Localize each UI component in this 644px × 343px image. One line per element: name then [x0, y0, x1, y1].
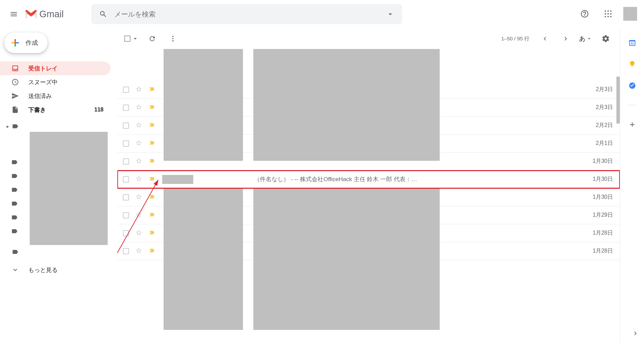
row-checkbox[interactable]: [123, 140, 129, 147]
row-checkbox[interactable]: [123, 158, 129, 165]
star-icon[interactable]: [135, 247, 142, 255]
svg-rect-15: [14, 42, 16, 43]
row-checkbox[interactable]: [123, 212, 129, 218]
svg-point-4: [610, 10, 612, 12]
label-icon: [11, 200, 18, 207]
nav-drafts[interactable]: 下書き 118: [0, 103, 110, 117]
star-icon[interactable]: [135, 193, 142, 201]
importance-icon[interactable]: [148, 175, 155, 183]
nav-more[interactable]: もっと見る: [0, 263, 117, 277]
row-checkbox[interactable]: [123, 194, 129, 200]
star-icon[interactable]: [135, 104, 142, 111]
search-options-dropdown[interactable]: [382, 10, 399, 18]
star-icon[interactable]: [135, 211, 142, 219]
search-box[interactable]: [91, 4, 402, 24]
importance-icon[interactable]: [148, 139, 155, 147]
label-row[interactable]: ▸: [0, 119, 117, 133]
keep-addon-icon[interactable]: [628, 60, 636, 68]
chevron-down-icon: [586, 36, 592, 42]
compose-label: 作成: [26, 39, 38, 47]
nav-inbox[interactable]: 受信トレイ: [0, 61, 110, 75]
settings-button[interactable]: [598, 31, 613, 46]
input-method-label: あ: [579, 35, 585, 43]
main-menu-button[interactable]: [6, 6, 22, 22]
search-input[interactable]: [111, 10, 382, 18]
apps-button[interactable]: [600, 6, 616, 22]
nav-sent[interactable]: 送信済み: [0, 89, 110, 103]
row-checkbox[interactable]: [123, 230, 129, 236]
star-icon[interactable]: [135, 121, 142, 129]
prev-page-button[interactable]: [538, 31, 552, 46]
labels-section: ▸: [0, 119, 117, 146]
refresh-button[interactable]: [145, 31, 159, 46]
nav-inbox-label: 受信トレイ: [28, 65, 58, 72]
redacted-overlay: [253, 188, 440, 330]
svg-text:31: 31: [630, 42, 634, 45]
search-icon[interactable]: [95, 6, 111, 22]
gmail-logo[interactable]: Gmail: [25, 9, 64, 20]
date-cell: 1月28日: [582, 247, 613, 255]
side-panel-toggle[interactable]: [632, 330, 639, 338]
importance-icon[interactable]: [148, 121, 155, 129]
tasks-addon-icon[interactable]: [628, 81, 636, 90]
svg-rect-0: [26, 12, 27, 18]
star-icon[interactable]: [135, 175, 142, 183]
importance-icon[interactable]: [148, 229, 155, 237]
svg-point-3: [607, 10, 609, 12]
next-page-button[interactable]: [558, 31, 573, 46]
row-checkbox[interactable]: [123, 87, 129, 93]
row-checkbox[interactable]: [123, 105, 129, 111]
nav-snoozed[interactable]: スヌーズ中: [0, 75, 110, 89]
scrollbar-thumb[interactable]: [616, 77, 620, 124]
importance-icon[interactable]: [148, 104, 155, 111]
date-cell: 2月3日: [582, 104, 613, 111]
date-cell: 1月28日: [582, 229, 613, 237]
send-icon: [11, 92, 19, 100]
star-icon[interactable]: [135, 157, 142, 165]
date-cell: 1月30日: [582, 194, 613, 201]
date-cell: 1月30日: [582, 158, 613, 165]
svg-point-5: [605, 13, 606, 14]
date-cell: 2月1日: [582, 140, 613, 147]
nav-drafts-count: 118: [94, 107, 104, 113]
label-row[interactable]: [0, 132, 117, 146]
chevron-right-icon: ▸: [4, 124, 11, 129]
select-all[interactable]: [124, 35, 139, 42]
svg-point-16: [172, 36, 174, 37]
date-cell: 1月29日: [582, 212, 613, 219]
toolbar: 1–50 / 95 行 あ: [117, 28, 620, 49]
row-checkbox[interactable]: [123, 176, 129, 183]
importance-icon[interactable]: [148, 193, 155, 201]
account-avatar[interactable]: [623, 7, 637, 21]
pagination-info: 1–50 / 95 行: [501, 36, 529, 42]
drafts-icon: [11, 106, 19, 114]
svg-point-7: [610, 13, 612, 14]
svg-rect-14: [11, 42, 14, 43]
importance-icon[interactable]: [148, 86, 155, 94]
select-all-checkbox[interactable]: [124, 36, 130, 42]
label-icon: [11, 122, 19, 130]
label-icon: [11, 186, 18, 193]
importance-icon[interactable]: [148, 211, 155, 219]
mail-row[interactable]: （件名なし） - -- 株式会社OfficeHack 主任 鈴木 一郎 代表：……: [117, 170, 620, 188]
input-method-button[interactable]: あ: [579, 35, 592, 43]
svg-point-9: [607, 16, 609, 17]
nav-more-label: もっと見る: [28, 266, 58, 274]
svg-point-18: [172, 40, 174, 42]
compose-button[interactable]: 作成: [4, 32, 48, 53]
chevron-down-icon[interactable]: [132, 35, 139, 42]
support-button[interactable]: [576, 6, 593, 22]
importance-icon[interactable]: [148, 157, 155, 165]
svg-point-10: [610, 16, 612, 17]
calendar-addon-icon[interactable]: 31: [628, 39, 636, 47]
star-icon[interactable]: [135, 86, 142, 94]
row-checkbox[interactable]: [123, 248, 129, 254]
more-button[interactable]: [166, 31, 180, 46]
get-addons-button[interactable]: [628, 120, 636, 129]
star-icon[interactable]: [135, 139, 142, 147]
star-icon[interactable]: [135, 229, 142, 237]
label-row-2[interactable]: [0, 245, 117, 259]
row-checkbox[interactable]: [123, 122, 129, 129]
svg-point-8: [605, 16, 606, 17]
importance-icon[interactable]: [148, 247, 155, 255]
